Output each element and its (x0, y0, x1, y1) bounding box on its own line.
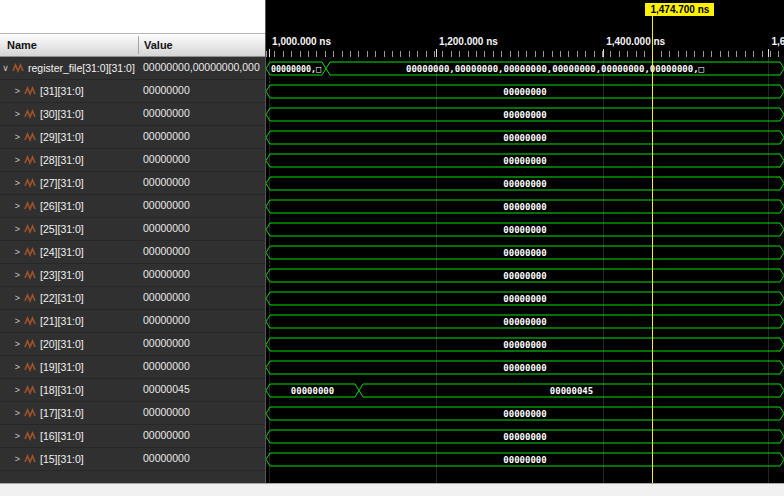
expand-arrow-icon[interactable]: > (12, 454, 23, 464)
waveform-row[interactable]: 00000000 (266, 425, 784, 448)
expand-arrow-icon[interactable]: > (12, 201, 23, 211)
waveform-row[interactable]: 00000000 (266, 448, 784, 471)
signal-value: 00000045 (143, 383, 263, 395)
signal-row[interactable]: >[31][31:0]00000000 (0, 80, 265, 103)
waveform-row[interactable]: 00000000 (266, 149, 784, 172)
ruler-tick-label: 1,000.000 ns (269, 36, 331, 47)
expand-arrow-icon[interactable]: > (12, 339, 23, 349)
expand-arrow-icon[interactable]: > (12, 109, 23, 119)
signal-name: [27][31:0] (40, 177, 142, 189)
signal-name: register_file[31:0][31:0] (28, 62, 142, 74)
bus-icon (12, 63, 25, 73)
waveform-row[interactable]: 00000000 (266, 241, 784, 264)
signal-name: [15][31:0] (40, 453, 142, 465)
signal-value: 00000000,00000000,000 (143, 61, 263, 73)
waveform-row[interactable]: 00000000 (266, 218, 784, 241)
waveform-row[interactable]: 00000000 (266, 356, 784, 379)
signal-row[interactable]: ∨register_file[31:0][31:0]00000000,00000… (0, 57, 265, 80)
signal-row[interactable]: >[29][31:0]00000000 (0, 126, 265, 149)
signal-row[interactable]: >[30][31:0]00000000 (0, 103, 265, 126)
ruler-tick-label: 1,400.000 ns (603, 36, 665, 47)
signal-name: [16][31:0] (40, 430, 142, 442)
expand-arrow-icon[interactable]: > (12, 362, 23, 372)
collapse-arrow-icon[interactable]: ∨ (0, 63, 11, 73)
expand-arrow-icon[interactable]: > (12, 270, 23, 280)
bus-segment-value: 00000000,00000000,00000000,00000000,0000… (406, 64, 705, 74)
signal-row[interactable]: >[26][31:0]00000000 (0, 195, 265, 218)
signal-row[interactable]: >[17][31:0]00000000 (0, 402, 265, 425)
signal-name: [25][31:0] (40, 223, 142, 235)
signal-name: [24][31:0] (40, 246, 142, 258)
signal-row[interactable]: >[28][31:0]00000000 (0, 149, 265, 172)
waveform-row[interactable]: 00000000 (266, 126, 784, 149)
waveform-row[interactable]: 00000000 (266, 310, 784, 333)
bus-segment-value: 00000000 (503, 409, 546, 419)
signal-value: 00000000 (143, 314, 263, 326)
signal-row[interactable]: >[15][31:0]00000000 (0, 448, 265, 471)
signal-value: 00000000 (143, 452, 263, 464)
signal-value: 00000000 (143, 130, 263, 142)
column-divider[interactable] (138, 36, 139, 54)
waveform-row[interactable]: 00000000 (266, 172, 784, 195)
horizontal-scrollbar[interactable] (0, 483, 784, 496)
signal-value: 00000000 (143, 268, 263, 280)
bus-segment-value: 00000000 (503, 271, 546, 281)
waveform-row[interactable]: 00000000 (266, 103, 784, 126)
signal-panel: Name Value ∨register_file[31:0][31:0]000… (0, 0, 266, 483)
signal-row[interactable]: >[18][31:0]00000045 (0, 379, 265, 402)
bus-icon (24, 454, 37, 464)
expand-arrow-icon[interactable]: > (12, 293, 23, 303)
expand-arrow-icon[interactable]: > (12, 132, 23, 142)
bus-segment-value: 00000000 (503, 248, 546, 258)
signal-value: 00000000 (143, 429, 263, 441)
signal-row[interactable]: >[23][31:0]00000000 (0, 264, 265, 287)
bus-segment-value: 00000000 (503, 179, 546, 189)
signal-row[interactable]: >[25][31:0]00000000 (0, 218, 265, 241)
bus-segment-value: 00000000,□ (271, 64, 322, 74)
bus-icon (24, 270, 37, 280)
waveform-row[interactable]: 00000000 (266, 195, 784, 218)
waveform-row[interactable]: 00000000 (266, 264, 784, 287)
signal-name: [20][31:0] (40, 338, 142, 350)
signal-name: [30][31:0] (40, 108, 142, 120)
bus-segment-value: 00000000 (503, 202, 546, 212)
bus-segment-value: 00000000 (503, 340, 546, 350)
expand-arrow-icon[interactable]: > (12, 316, 23, 326)
bus-icon (24, 109, 37, 119)
signal-value: 00000000 (143, 337, 263, 349)
expand-arrow-icon[interactable]: > (12, 178, 23, 188)
expand-arrow-icon[interactable]: > (12, 247, 23, 257)
signal-row[interactable]: >[22][31:0]00000000 (0, 287, 265, 310)
expand-arrow-icon[interactable]: > (12, 155, 23, 165)
signal-value: 00000000 (143, 360, 263, 372)
signal-row[interactable]: >[21][31:0]00000000 (0, 310, 265, 333)
expand-arrow-icon[interactable]: > (12, 431, 23, 441)
waveform-row[interactable]: 00000000 (266, 80, 784, 103)
expand-arrow-icon[interactable]: > (12, 224, 23, 234)
expand-arrow-icon[interactable]: > (12, 86, 23, 96)
waveform-row[interactable]: 00000000,□00000000,00000000,00000000,000… (266, 57, 784, 80)
signal-row[interactable]: >[16][31:0]00000000 (0, 425, 265, 448)
expand-arrow-icon[interactable]: > (12, 385, 23, 395)
cursor-time-label[interactable]: 1,474.700 ns (645, 3, 714, 16)
bus-icon (24, 155, 37, 165)
signal-row[interactable]: >[20][31:0]00000000 (0, 333, 265, 356)
bus-segment-value: 00000000 (503, 110, 546, 120)
waveform-row[interactable]: 00000000 (266, 402, 784, 425)
bus-icon (24, 316, 37, 326)
waveform-row[interactable]: 00000000 (266, 287, 784, 310)
bus-icon (24, 385, 37, 395)
waveform-row[interactable]: 00000000 (266, 333, 784, 356)
bus-segment-value: 00000000 (503, 317, 546, 327)
signal-row[interactable]: >[19][31:0]00000000 (0, 356, 265, 379)
cursor-line[interactable] (652, 15, 653, 483)
signal-name: [21][31:0] (40, 315, 142, 327)
waveform-row[interactable]: 0000000000000045 (266, 379, 784, 402)
signal-row[interactable]: >[27][31:0]00000000 (0, 172, 265, 195)
bus-segment-value: 00000000 (503, 363, 546, 373)
value-column-header[interactable]: Value (144, 39, 173, 51)
expand-arrow-icon[interactable]: > (12, 408, 23, 418)
signal-row[interactable]: >[24][31:0]00000000 (0, 241, 265, 264)
bus-icon (24, 132, 37, 142)
name-column-header[interactable]: Name (7, 39, 37, 51)
